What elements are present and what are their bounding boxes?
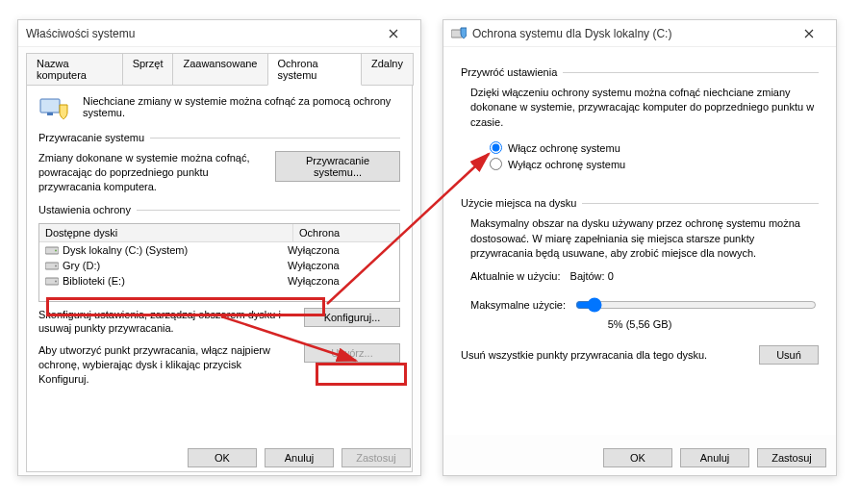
tab-panel: Niechciane zmiany w systemie można cofną…	[26, 85, 413, 472]
dialog-footer: OK Anuluj Zastosuj	[603, 448, 826, 467]
dialog-footer: OK Anuluj Zastosuj	[188, 448, 411, 467]
svg-point-5	[55, 265, 57, 266]
col-drives: Dostępne dyski	[39, 224, 293, 241]
cancel-button[interactable]: Anuluj	[680, 448, 749, 467]
drives-list[interactable]: Dostępne dyski Ochrona Dysk lokalny (C:)…	[38, 223, 400, 302]
configure-button[interactable]: Konfiguruj...	[304, 308, 400, 327]
radio-enable-protection[interactable]: Włącz ochronę systemu	[490, 141, 819, 154]
tab-bar: Nazwa komputera Sprzęt Zaawansowane Ochr…	[18, 47, 420, 86]
table-row[interactable]: Gry (D:) Wyłączona	[39, 258, 399, 273]
ok-button[interactable]: OK	[188, 448, 257, 467]
drive-shield-icon	[451, 26, 467, 41]
tab-remote[interactable]: Zdalny	[361, 53, 414, 86]
close-button[interactable]	[790, 20, 828, 47]
svg-rect-1	[47, 113, 53, 115]
restore-text: Zmiany dokonane w systemie można cofnąć,…	[38, 151, 266, 194]
table-row[interactable]: Dysk lokalny (C:) (System) Wyłączona	[39, 242, 399, 258]
close-button[interactable]	[374, 20, 413, 47]
group-settings-label: Ustawienia ochrony	[38, 204, 400, 215]
max-usage-slider[interactable]	[575, 297, 817, 313]
max-usage-label: Maksymalne użycie:	[470, 299, 566, 311]
tab-advanced[interactable]: Zaawansowane	[172, 53, 267, 86]
protection-radio-group: Włącz ochronę systemu Wyłącz ochronę sys…	[461, 138, 819, 174]
close-icon	[804, 29, 814, 38]
svg-point-7	[55, 280, 57, 282]
current-usage-label: Aktualnie w użyciu:	[470, 270, 561, 282]
system-properties-window: Właściwości systemu Nazwa komputera Sprz…	[17, 19, 421, 476]
drive-icon	[45, 244, 59, 256]
system-restore-button[interactable]: Przywracanie systemu...	[275, 151, 400, 182]
col-protection: Ochrona	[293, 224, 399, 241]
group-disk-usage: Użycie miejsca na dysku	[461, 197, 819, 209]
table-row[interactable]: Biblioteki (E:) Wyłączona	[39, 273, 399, 289]
configure-text: Skonfiguruj ustawienia, zarządzaj obszar…	[38, 308, 294, 337]
slider-value: 5% (5,56 GB)	[461, 318, 819, 330]
group-restore-settings: Przywróć ustawienia	[461, 66, 819, 78]
svg-rect-0	[40, 99, 60, 113]
drive-icon	[45, 275, 59, 287]
tab-system-protection[interactable]: Ochrona systemu	[267, 53, 362, 86]
radio-enable-input[interactable]	[490, 141, 502, 154]
svg-point-3	[55, 249, 57, 251]
radio-disable-protection[interactable]: Wyłącz ochronę systemu	[490, 158, 819, 170]
drive-icon	[45, 260, 59, 271]
current-usage-row: Aktualnie w użyciu: Bajtów: 0	[470, 270, 819, 282]
restore-description: Dzięki włączeniu ochrony systemu można c…	[470, 86, 819, 130]
tab-computer-name[interactable]: Nazwa komputera	[26, 53, 123, 86]
ok-button[interactable]: OK	[603, 448, 672, 467]
create-button: Utwórz...	[304, 343, 400, 363]
close-icon	[389, 29, 398, 38]
info-text: Niechciane zmiany w systemie można cofną…	[83, 95, 400, 122]
shield-monitor-icon	[38, 95, 73, 122]
cancel-button[interactable]: Anuluj	[265, 448, 334, 467]
system-protection-drive-window: Ochrona systemu dla Dysk lokalny (C:) Pr…	[443, 19, 837, 476]
delete-description: Usuń wszystkie punkty przywracania dla t…	[461, 349, 747, 361]
current-usage-value: Bajtów: 0	[570, 270, 614, 282]
window-title: Właściwości systemu	[26, 27, 374, 40]
tab-hardware[interactable]: Sprzęt	[122, 53, 174, 86]
window-title: Ochrona systemu dla Dysk lokalny (C:)	[472, 27, 790, 40]
apply-button[interactable]: Zastosuj	[757, 448, 826, 467]
radio-disable-input[interactable]	[490, 158, 502, 170]
list-header: Dostępne dyski Ochrona	[39, 224, 399, 242]
apply-button: Zastosuj	[341, 448, 411, 467]
create-text: Aby utworzyć punkt przywracania, włącz n…	[38, 343, 294, 387]
titlebar[interactable]: Ochrona systemu dla Dysk lokalny (C:)	[443, 20, 836, 47]
content-panel: Przywróć ustawienia Dzięki włączeniu och…	[443, 47, 836, 435]
delete-button[interactable]: Usuń	[759, 345, 819, 365]
titlebar[interactable]: Właściwości systemu	[18, 20, 420, 47]
group-restore-label: Przywracanie systemu	[38, 132, 400, 143]
usage-description: Maksymalny obszar na dysku używany przez…	[470, 216, 819, 261]
